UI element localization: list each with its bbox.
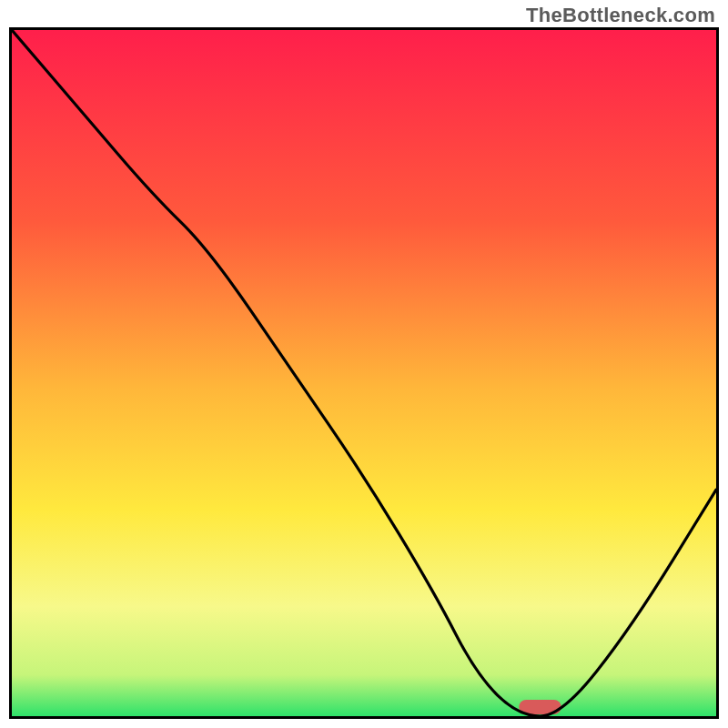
- gradient-background: [12, 30, 716, 716]
- watermark-text: TheBottleneck.com: [526, 4, 715, 27]
- bottleneck-chart: [12, 30, 716, 716]
- chart-frame: [9, 27, 719, 719]
